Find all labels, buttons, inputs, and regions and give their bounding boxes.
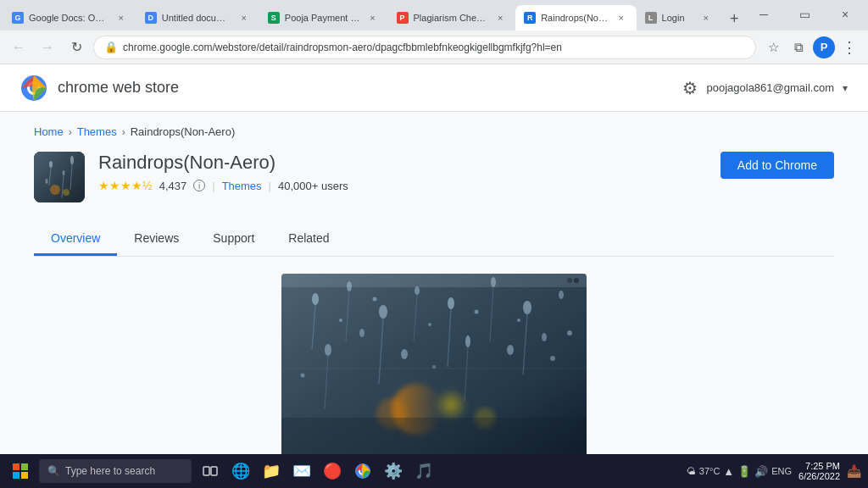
category-link[interactable]: Themes (222, 180, 262, 192)
tab-untitled-doc[interactable]: D Untitled document - ... × (136, 5, 259, 30)
tab-support[interactable]: Support (196, 223, 271, 256)
taskbar-settings-icon[interactable]: ⚙️ (380, 458, 407, 485)
tab-overview[interactable]: Overview (34, 223, 117, 256)
breadcrumb-sep-1: › (69, 126, 72, 138)
stars-display: ★★★★½ (98, 179, 153, 192)
tab-close-plagiarism[interactable]: × (493, 11, 507, 25)
tab-favicon-plagiarism: P (397, 12, 409, 24)
extension-name: Raindrops(Non-Aero) (98, 152, 707, 174)
webstore-header: chrome web store ⚙ poojagola861@gmail.co… (0, 64, 868, 112)
taskbar-media-icon[interactable]: 🎵 (410, 458, 437, 485)
taskbar-language: ENG (771, 466, 792, 476)
tab-title-google-docs: Google Docs: Online D... (29, 13, 109, 23)
taskbar-volume-icon: 🔊 (754, 465, 768, 478)
taskbar-search-text: Type here to search (65, 465, 155, 477)
info-icon[interactable]: i (193, 180, 205, 191)
taskbar-chrome-icon[interactable] (349, 458, 376, 485)
svg-rect-62 (211, 467, 217, 475)
chrome-menu-button[interactable]: ⋮ (837, 36, 861, 59)
screenshot-container (34, 274, 834, 454)
breadcrumb: Home › Themes › Raindrops(Non-Aero) (34, 125, 834, 138)
taskbar-mail-icon[interactable]: ✉️ (288, 458, 315, 485)
tab-favicon-login: L (645, 12, 657, 24)
tab-title-payment: Pooja Payment Sheet... (285, 13, 361, 23)
secure-icon: 🔒 (104, 41, 118, 53)
rating-count: 4,437 (159, 180, 187, 192)
tab-close-payment[interactable]: × (366, 11, 380, 25)
extension-puzzle-icon[interactable]: ⧉ (787, 36, 810, 59)
extension-tabs: Overview Reviews Support Related (34, 223, 834, 257)
tab-login[interactable]: L Login × (637, 5, 721, 30)
maximize-button[interactable]: ▭ (785, 2, 824, 27)
back-button[interactable]: ← (7, 36, 31, 59)
taskbar-weather-icon: 🌤 (687, 466, 696, 476)
svg-point-6 (63, 170, 65, 175)
svg-rect-58 (21, 463, 28, 470)
tab-title-login: Login (662, 13, 694, 23)
taskbar-network-icon: ▲ (723, 465, 734, 478)
header-right: ⚙ poojagola861@gmail.com ▾ (682, 78, 848, 98)
new-tab-button[interactable]: + (725, 7, 744, 30)
taskbar-system-icons: 🌤 37°C ▲ 🔋 🔊 ENG (687, 465, 792, 478)
svg-point-56 (567, 278, 572, 283)
taskbar-temp: 37°C (699, 466, 721, 476)
tab-google-docs[interactable]: G Google Docs: Online D... × (3, 5, 136, 30)
svg-point-12 (50, 185, 60, 195)
minimize-button[interactable]: ─ (744, 2, 783, 27)
tab-favicon-google-docs: G (12, 12, 24, 24)
forward-button[interactable]: → (36, 36, 59, 59)
navigation-bar: ← → ↻ 🔒 chrome.google.com/webstore/detai… (0, 30, 868, 64)
meta-separator-2: | (269, 180, 271, 192)
breadcrumb-home[interactable]: Home (34, 125, 64, 138)
add-to-chrome-button[interactable]: Add to Chrome (721, 152, 834, 179)
breadcrumb-current: Raindrops(Non-Aero) (131, 125, 236, 138)
address-bar[interactable]: 🔒 chrome.google.com/webstore/detail/rain… (93, 36, 756, 59)
close-button[interactable]: × (826, 2, 865, 27)
extension-meta: ★★★★½ 4,437 i | Themes | 40,000+ users (98, 179, 707, 192)
bookmarks-icon[interactable]: ☆ (761, 36, 785, 59)
tab-raindrops[interactable]: R Raindrops(Non-Aero) × (515, 5, 636, 30)
svg-rect-60 (21, 472, 28, 479)
taskbar-search[interactable]: 🔍 Type here to search (39, 459, 192, 483)
svg-rect-61 (203, 467, 209, 475)
tab-favicon-raindrops: R (524, 12, 536, 24)
extension-info: Raindrops(Non-Aero) ★★★★½ 4,437 i | Them… (98, 152, 707, 192)
taskbar-edge-icon[interactable]: 🌐 (227, 458, 254, 485)
tab-close-login[interactable]: × (699, 11, 713, 25)
user-email[interactable]: poojagola861@gmail.com (706, 81, 834, 94)
breadcrumb-themes[interactable]: Themes (77, 125, 117, 138)
svg-point-5 (49, 161, 53, 168)
tab-reviews[interactable]: Reviews (117, 223, 196, 256)
taskbar-date: 6/26/2022 (798, 471, 840, 481)
svg-point-13 (63, 189, 70, 196)
svg-point-55 (574, 278, 579, 283)
svg-rect-53 (281, 418, 587, 454)
rain-image (281, 274, 587, 454)
user-profile-button[interactable]: P (812, 36, 836, 59)
reload-button[interactable]: ↻ (64, 36, 88, 59)
tab-bar: G Google Docs: Online D... × D Untitled … (0, 0, 868, 30)
tab-title-plagiarism: Plagiarism Checker - ... (414, 13, 489, 23)
users-count: 40,000+ users (278, 180, 348, 192)
tab-plagiarism[interactable]: P Plagiarism Checker - ... × (388, 5, 516, 30)
svg-rect-4 (34, 152, 85, 202)
taskbar-notification-icon[interactable]: 📥 (847, 464, 861, 478)
tab-payment-sheet[interactable]: S Pooja Payment Sheet... × (259, 5, 388, 30)
tab-related[interactable]: Related (271, 223, 346, 256)
tab-close-google-docs[interactable]: × (114, 11, 128, 25)
taskbar: 🔍 Type here to search 🌐 📁 ✉️ 🔴 (0, 454, 868, 488)
meta-separator-1: | (212, 180, 214, 192)
dropdown-arrow-icon[interactable]: ▾ (843, 82, 848, 94)
start-button[interactable] (7, 458, 34, 485)
tab-close-untitled[interactable]: × (237, 11, 251, 25)
taskbar-office-icon[interactable]: 🔴 (319, 458, 346, 485)
taskbar-clock[interactable]: 7:25 PM 6/26/2022 (798, 461, 840, 481)
settings-icon[interactable]: ⚙ (682, 78, 698, 98)
svg-rect-54 (281, 274, 587, 287)
profile-avatar[interactable]: P (813, 36, 835, 58)
taskbar-explorer-icon[interactable]: 📁 (258, 458, 285, 485)
taskbar-taskview-icon[interactable] (197, 458, 224, 485)
taskbar-right: 🌤 37°C ▲ 🔋 🔊 ENG 7:25 PM 6/26/2022 📥 (687, 461, 861, 481)
main-content: Home › Themes › Raindrops(Non-Aero) (0, 112, 868, 454)
tab-close-raindrops[interactable]: × (615, 11, 628, 25)
